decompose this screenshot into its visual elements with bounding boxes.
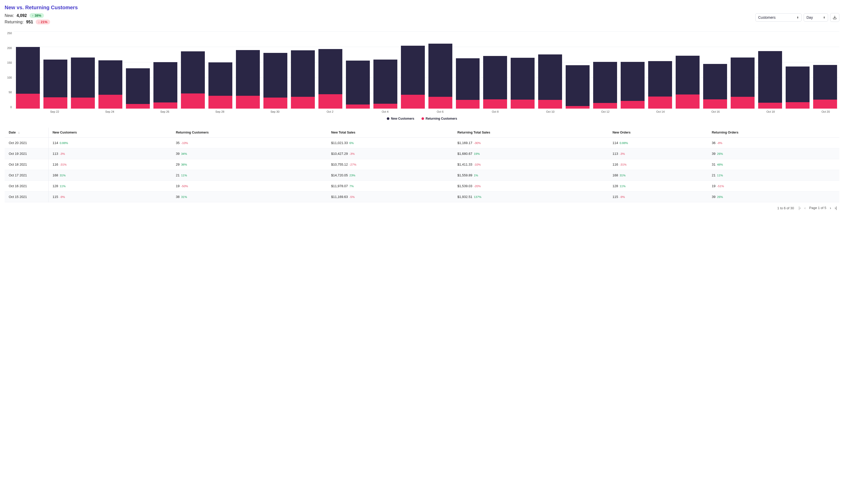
bar-segment-new: [566, 65, 589, 106]
stat-returning-delta: ↓ 21%: [36, 19, 50, 24]
bar[interactable]: [674, 32, 701, 109]
bar[interactable]: [784, 32, 811, 109]
bar[interactable]: [427, 32, 454, 109]
cell: 115-9%: [608, 192, 708, 202]
bar[interactable]: [454, 32, 482, 109]
bar[interactable]: [509, 32, 536, 109]
metric-select[interactable]: Customers ▲▼: [755, 13, 802, 22]
pager-next[interactable]: ›: [830, 206, 831, 210]
column-header[interactable]: New Customers: [48, 128, 172, 138]
cell: $11,021.336%: [327, 138, 453, 148]
x-tick: [289, 110, 316, 113]
bar[interactable]: [234, 32, 262, 109]
bar-segment-new: [401, 46, 425, 95]
y-tick: 50: [9, 91, 12, 94]
bar[interactable]: [536, 32, 564, 109]
pager-first[interactable]: |‹: [799, 206, 801, 210]
cell: 12811%: [48, 181, 172, 192]
x-tick: [344, 110, 372, 113]
sort-desc-icon: ↓: [17, 131, 20, 134]
page-title: New vs. Returning Customers: [5, 5, 839, 11]
bar[interactable]: [344, 32, 372, 109]
bar[interactable]: [262, 32, 289, 109]
bar[interactable]: [591, 32, 619, 109]
bar[interactable]: [729, 32, 756, 109]
x-axis: Sep 22Sep 24Sep 26Sep 28Sep 30Oct 2Oct 4…: [13, 110, 839, 113]
bar-segment-new: [648, 61, 672, 96]
bar-segment-new: [318, 49, 342, 94]
cell: 3934%: [172, 148, 327, 159]
bar-segment-new: [263, 53, 287, 97]
bar-segment-returning: [126, 104, 150, 109]
bar-segment-new: [483, 56, 507, 100]
x-tick: Oct 6: [426, 110, 454, 113]
bar[interactable]: [41, 32, 69, 109]
granularity-select[interactable]: Day ▲▼: [804, 13, 828, 22]
bar[interactable]: [179, 32, 207, 109]
bar[interactable]: [756, 32, 784, 109]
bar-segment-returning: [511, 100, 535, 109]
column-header[interactable]: New Orders: [608, 128, 708, 138]
bar[interactable]: [564, 32, 591, 109]
bar-segment-new: [374, 59, 397, 104]
column-header[interactable]: New Total Sales: [327, 128, 453, 138]
column-header[interactable]: Returning Total Sales: [453, 128, 608, 138]
bar[interactable]: [317, 32, 344, 109]
bar[interactable]: [207, 32, 234, 109]
table-row: Oct 16 202112811%19-50%$11,978.077%$1,53…: [5, 181, 839, 192]
cell: 3831%: [172, 192, 327, 202]
bar-segment-returning: [401, 95, 425, 109]
bar[interactable]: [701, 32, 729, 109]
bar-segment-new: [44, 59, 67, 97]
column-header[interactable]: Returning Orders: [708, 128, 839, 138]
bar-segment-new: [758, 51, 782, 103]
bar[interactable]: [481, 32, 509, 109]
cell: $1,539.03-20%: [453, 181, 608, 192]
bar[interactable]: [399, 32, 427, 109]
stat-returning: Returning: 951 ↓ 21%: [5, 19, 50, 24]
y-tick: 150: [7, 61, 12, 64]
pager-prev[interactable]: ‹: [805, 206, 806, 210]
bar-segment-new: [593, 62, 617, 103]
bar[interactable]: [69, 32, 97, 109]
bar[interactable]: [289, 32, 317, 109]
bar-segment-new: [428, 44, 452, 97]
pager-last[interactable]: ›|: [835, 206, 837, 210]
table-row: Oct 17 202116831%2111%$14,720.0523%$1,55…: [5, 170, 839, 181]
bar[interactable]: [372, 32, 399, 109]
bar-segment-returning: [71, 97, 95, 109]
bar-segment-returning: [538, 100, 562, 109]
bar-segment-returning: [236, 96, 260, 109]
column-header[interactable]: Returning Customers: [172, 128, 327, 138]
bar[interactable]: [811, 32, 839, 109]
bar[interactable]: [152, 32, 179, 109]
y-tick: 200: [7, 47, 12, 50]
cell: $1,411.33-10%: [453, 159, 608, 170]
bar[interactable]: [97, 32, 124, 109]
bar-segment-new: [181, 51, 205, 93]
bar-segment-returning: [758, 103, 782, 109]
bar-segment-new: [731, 57, 755, 97]
bar-segment-new: [153, 62, 177, 103]
cell: 116-31%: [608, 159, 708, 170]
arrow-up-icon: ↑: [32, 14, 34, 17]
bar[interactable]: [14, 32, 41, 109]
cell: 1140.88%: [48, 138, 172, 148]
cell: $10,427.29-3%: [327, 148, 453, 159]
bar[interactable]: [124, 32, 152, 109]
download-button[interactable]: [830, 13, 839, 22]
bar-segment-returning: [456, 100, 480, 109]
bar[interactable]: [647, 32, 674, 109]
cell-date: Oct 15 2021: [5, 192, 48, 202]
bar-segment-returning: [153, 103, 177, 109]
x-tick: [674, 110, 702, 113]
bar-segment-returning: [181, 93, 205, 109]
bar[interactable]: [619, 32, 647, 109]
bar-segment-new: [813, 65, 837, 100]
stat-new-value: 4,092: [16, 13, 27, 18]
x-tick: [729, 110, 757, 113]
x-tick: [509, 110, 537, 113]
stat-new: New: 4,092 ↑ 38%: [5, 13, 50, 18]
chart-legend: New Customers Returning Customers: [5, 117, 839, 121]
column-header[interactable]: Date ↓: [5, 128, 48, 138]
